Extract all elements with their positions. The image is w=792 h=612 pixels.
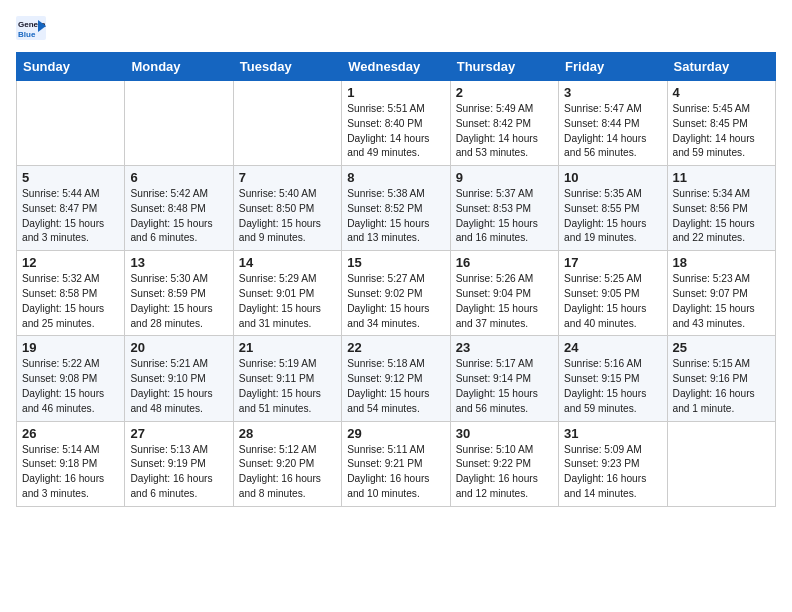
calendar-week-4: 19Sunrise: 5:22 AM Sunset: 9:08 PM Dayli…: [17, 336, 776, 421]
day-info: Sunrise: 5:22 AM Sunset: 9:08 PM Dayligh…: [22, 357, 119, 416]
weekday-header-saturday: Saturday: [667, 53, 775, 81]
calendar-cell: 11Sunrise: 5:34 AM Sunset: 8:56 PM Dayli…: [667, 166, 775, 251]
day-number: 28: [239, 426, 336, 441]
day-info: Sunrise: 5:51 AM Sunset: 8:40 PM Dayligh…: [347, 102, 444, 161]
day-number: 1: [347, 85, 444, 100]
calendar-cell: [17, 81, 125, 166]
day-number: 13: [130, 255, 227, 270]
calendar-table: SundayMondayTuesdayWednesdayThursdayFrid…: [16, 52, 776, 507]
day-number: 4: [673, 85, 770, 100]
calendar-cell: 17Sunrise: 5:25 AM Sunset: 9:05 PM Dayli…: [559, 251, 667, 336]
day-number: 20: [130, 340, 227, 355]
day-number: 3: [564, 85, 661, 100]
day-number: 22: [347, 340, 444, 355]
calendar-cell: [667, 421, 775, 506]
calendar-cell: 29Sunrise: 5:11 AM Sunset: 9:21 PM Dayli…: [342, 421, 450, 506]
weekday-header-wednesday: Wednesday: [342, 53, 450, 81]
day-info: Sunrise: 5:11 AM Sunset: 9:21 PM Dayligh…: [347, 443, 444, 502]
day-number: 16: [456, 255, 553, 270]
day-info: Sunrise: 5:45 AM Sunset: 8:45 PM Dayligh…: [673, 102, 770, 161]
day-info: Sunrise: 5:18 AM Sunset: 9:12 PM Dayligh…: [347, 357, 444, 416]
calendar-cell: 12Sunrise: 5:32 AM Sunset: 8:58 PM Dayli…: [17, 251, 125, 336]
calendar-cell: 7Sunrise: 5:40 AM Sunset: 8:50 PM Daylig…: [233, 166, 341, 251]
logo-icon: General Blue: [16, 16, 46, 40]
calendar-cell: 23Sunrise: 5:17 AM Sunset: 9:14 PM Dayli…: [450, 336, 558, 421]
day-number: 19: [22, 340, 119, 355]
calendar-cell: 15Sunrise: 5:27 AM Sunset: 9:02 PM Dayli…: [342, 251, 450, 336]
day-info: Sunrise: 5:21 AM Sunset: 9:10 PM Dayligh…: [130, 357, 227, 416]
day-info: Sunrise: 5:47 AM Sunset: 8:44 PM Dayligh…: [564, 102, 661, 161]
day-number: 6: [130, 170, 227, 185]
day-info: Sunrise: 5:26 AM Sunset: 9:04 PM Dayligh…: [456, 272, 553, 331]
calendar-cell: 2Sunrise: 5:49 AM Sunset: 8:42 PM Daylig…: [450, 81, 558, 166]
day-info: Sunrise: 5:15 AM Sunset: 9:16 PM Dayligh…: [673, 357, 770, 416]
calendar-cell: 24Sunrise: 5:16 AM Sunset: 9:15 PM Dayli…: [559, 336, 667, 421]
day-info: Sunrise: 5:44 AM Sunset: 8:47 PM Dayligh…: [22, 187, 119, 246]
weekday-header-row: SundayMondayTuesdayWednesdayThursdayFrid…: [17, 53, 776, 81]
calendar-cell: 21Sunrise: 5:19 AM Sunset: 9:11 PM Dayli…: [233, 336, 341, 421]
day-number: 14: [239, 255, 336, 270]
day-info: Sunrise: 5:34 AM Sunset: 8:56 PM Dayligh…: [673, 187, 770, 246]
calendar-week-5: 26Sunrise: 5:14 AM Sunset: 9:18 PM Dayli…: [17, 421, 776, 506]
day-info: Sunrise: 5:25 AM Sunset: 9:05 PM Dayligh…: [564, 272, 661, 331]
day-number: 2: [456, 85, 553, 100]
calendar-week-1: 1Sunrise: 5:51 AM Sunset: 8:40 PM Daylig…: [17, 81, 776, 166]
day-number: 18: [673, 255, 770, 270]
day-info: Sunrise: 5:12 AM Sunset: 9:20 PM Dayligh…: [239, 443, 336, 502]
day-number: 7: [239, 170, 336, 185]
day-number: 11: [673, 170, 770, 185]
day-info: Sunrise: 5:14 AM Sunset: 9:18 PM Dayligh…: [22, 443, 119, 502]
calendar-cell: [125, 81, 233, 166]
calendar-cell: 5Sunrise: 5:44 AM Sunset: 8:47 PM Daylig…: [17, 166, 125, 251]
weekday-header-sunday: Sunday: [17, 53, 125, 81]
page-header: General Blue: [16, 16, 776, 40]
day-number: 27: [130, 426, 227, 441]
calendar-week-3: 12Sunrise: 5:32 AM Sunset: 8:58 PM Dayli…: [17, 251, 776, 336]
calendar-cell: 6Sunrise: 5:42 AM Sunset: 8:48 PM Daylig…: [125, 166, 233, 251]
day-info: Sunrise: 5:32 AM Sunset: 8:58 PM Dayligh…: [22, 272, 119, 331]
calendar-cell: [233, 81, 341, 166]
calendar-cell: 30Sunrise: 5:10 AM Sunset: 9:22 PM Dayli…: [450, 421, 558, 506]
day-info: Sunrise: 5:35 AM Sunset: 8:55 PM Dayligh…: [564, 187, 661, 246]
day-info: Sunrise: 5:30 AM Sunset: 8:59 PM Dayligh…: [130, 272, 227, 331]
calendar-cell: 20Sunrise: 5:21 AM Sunset: 9:10 PM Dayli…: [125, 336, 233, 421]
weekday-header-friday: Friday: [559, 53, 667, 81]
day-info: Sunrise: 5:29 AM Sunset: 9:01 PM Dayligh…: [239, 272, 336, 331]
day-number: 9: [456, 170, 553, 185]
day-info: Sunrise: 5:09 AM Sunset: 9:23 PM Dayligh…: [564, 443, 661, 502]
calendar-cell: 10Sunrise: 5:35 AM Sunset: 8:55 PM Dayli…: [559, 166, 667, 251]
day-number: 5: [22, 170, 119, 185]
day-number: 12: [22, 255, 119, 270]
day-number: 31: [564, 426, 661, 441]
weekday-header-monday: Monday: [125, 53, 233, 81]
calendar-cell: 1Sunrise: 5:51 AM Sunset: 8:40 PM Daylig…: [342, 81, 450, 166]
day-info: Sunrise: 5:37 AM Sunset: 8:53 PM Dayligh…: [456, 187, 553, 246]
day-info: Sunrise: 5:19 AM Sunset: 9:11 PM Dayligh…: [239, 357, 336, 416]
day-number: 24: [564, 340, 661, 355]
calendar-cell: 31Sunrise: 5:09 AM Sunset: 9:23 PM Dayli…: [559, 421, 667, 506]
calendar-cell: 14Sunrise: 5:29 AM Sunset: 9:01 PM Dayli…: [233, 251, 341, 336]
day-number: 29: [347, 426, 444, 441]
day-number: 10: [564, 170, 661, 185]
calendar-cell: 9Sunrise: 5:37 AM Sunset: 8:53 PM Daylig…: [450, 166, 558, 251]
day-info: Sunrise: 5:10 AM Sunset: 9:22 PM Dayligh…: [456, 443, 553, 502]
calendar-cell: 13Sunrise: 5:30 AM Sunset: 8:59 PM Dayli…: [125, 251, 233, 336]
calendar-cell: 18Sunrise: 5:23 AM Sunset: 9:07 PM Dayli…: [667, 251, 775, 336]
day-info: Sunrise: 5:42 AM Sunset: 8:48 PM Dayligh…: [130, 187, 227, 246]
svg-text:Blue: Blue: [18, 30, 36, 39]
day-info: Sunrise: 5:16 AM Sunset: 9:15 PM Dayligh…: [564, 357, 661, 416]
day-info: Sunrise: 5:17 AM Sunset: 9:14 PM Dayligh…: [456, 357, 553, 416]
calendar-cell: 27Sunrise: 5:13 AM Sunset: 9:19 PM Dayli…: [125, 421, 233, 506]
day-number: 15: [347, 255, 444, 270]
weekday-header-tuesday: Tuesday: [233, 53, 341, 81]
day-info: Sunrise: 5:23 AM Sunset: 9:07 PM Dayligh…: [673, 272, 770, 331]
day-info: Sunrise: 5:38 AM Sunset: 8:52 PM Dayligh…: [347, 187, 444, 246]
calendar-cell: 22Sunrise: 5:18 AM Sunset: 9:12 PM Dayli…: [342, 336, 450, 421]
calendar-cell: 3Sunrise: 5:47 AM Sunset: 8:44 PM Daylig…: [559, 81, 667, 166]
day-info: Sunrise: 5:27 AM Sunset: 9:02 PM Dayligh…: [347, 272, 444, 331]
day-number: 30: [456, 426, 553, 441]
calendar-week-2: 5Sunrise: 5:44 AM Sunset: 8:47 PM Daylig…: [17, 166, 776, 251]
calendar-cell: 4Sunrise: 5:45 AM Sunset: 8:45 PM Daylig…: [667, 81, 775, 166]
day-info: Sunrise: 5:49 AM Sunset: 8:42 PM Dayligh…: [456, 102, 553, 161]
day-number: 23: [456, 340, 553, 355]
